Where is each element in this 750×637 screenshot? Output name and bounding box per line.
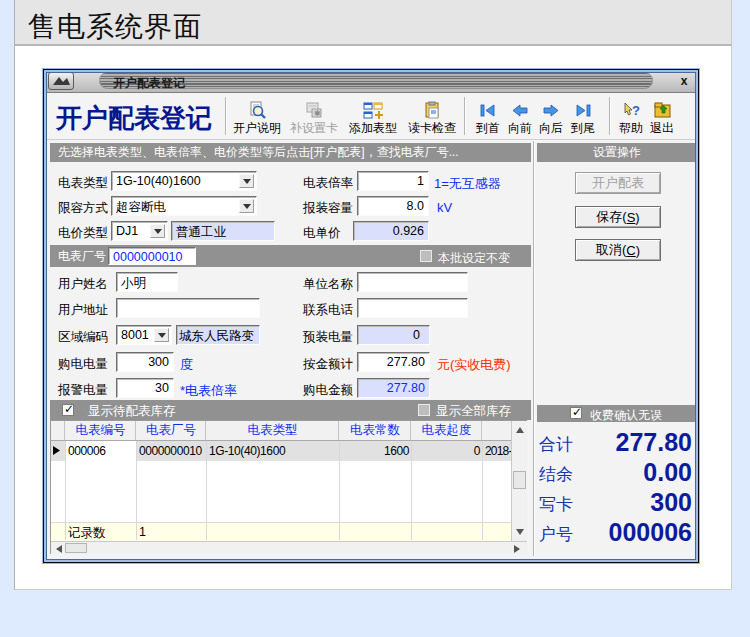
capacity-field[interactable]: 8.0	[357, 196, 429, 216]
dropdown-arrow-icon[interactable]	[150, 224, 165, 238]
close-button[interactable]: x	[676, 73, 692, 89]
add-window-icon	[363, 100, 383, 120]
cancel-shortcut-key: C	[626, 243, 635, 258]
save-button[interactable]: 保存(S)	[575, 206, 661, 228]
toolbar-separator	[464, 97, 466, 135]
panel-divider	[533, 141, 535, 556]
hscroll-thumb[interactable]	[65, 543, 87, 553]
limit-mode-combo[interactable]: 超容断电	[111, 196, 257, 216]
prev-arrow-icon	[510, 100, 530, 120]
svg-text:?: ?	[632, 103, 640, 118]
confirm-label: 收费确认无误	[590, 407, 662, 424]
dropdown-arrow-icon[interactable]	[239, 174, 254, 188]
name-field[interactable]: 小明	[116, 272, 178, 292]
toolbar-separator	[609, 97, 611, 135]
window-logo-icon[interactable]	[48, 72, 74, 90]
org-label: 单位名称	[303, 276, 353, 293]
dropdown-arrow-icon[interactable]	[154, 328, 169, 342]
preload-label: 预装电量	[303, 329, 353, 346]
alarm-field[interactable]: 30	[116, 378, 174, 398]
go-last-button[interactable]: 到尾	[565, 96, 601, 137]
cell-date[interactable]: 2018-	[483, 441, 511, 461]
balance-row: 结余 0.00	[537, 458, 697, 486]
limit-mode-label: 限容方式	[58, 200, 108, 217]
ratio-field[interactable]: 1	[357, 171, 429, 191]
toolbar-separator	[225, 97, 227, 135]
org-field[interactable]	[357, 272, 468, 292]
ratio-hint: 1=无互感器	[434, 175, 501, 193]
name-label: 用户姓名	[58, 276, 108, 293]
factory-no-label: 电表厂号	[58, 248, 106, 265]
buy-qty-field[interactable]: 300	[116, 352, 174, 372]
dialog-title: 开户配表登记	[113, 75, 185, 92]
vertical-scrollbar[interactable]	[511, 421, 527, 541]
total-value: 277.80	[616, 428, 692, 457]
record-count-label: 记录数	[68, 525, 106, 542]
total-row: 合计 277.80	[537, 428, 697, 456]
open-help-button[interactable]: 开户说明	[229, 96, 285, 137]
ratio-label: 电表倍率	[303, 175, 353, 192]
batch-checkbox-label: 本批设定不变	[438, 250, 510, 267]
scroll-right-icon[interactable]	[514, 545, 524, 553]
meter-type-label: 电表类型	[58, 175, 108, 192]
cell-factory-no[interactable]: 0000000010	[137, 441, 206, 461]
show-all-checkbox[interactable]	[418, 404, 430, 416]
account-no-value: 000006	[609, 518, 692, 547]
amount-label: 按金额计	[303, 356, 353, 373]
scroll-up-icon[interactable]	[516, 423, 524, 433]
vscroll-thumb[interactable]	[513, 471, 526, 489]
cell-start[interactable]: 0	[412, 441, 482, 461]
confirm-checkbox[interactable]	[570, 407, 582, 419]
read-card-check-button[interactable]: 读卡检查	[404, 96, 460, 137]
scroll-down-icon[interactable]	[516, 529, 524, 539]
row-selector-cell[interactable]	[51, 441, 65, 461]
phone-field[interactable]	[357, 298, 468, 318]
dropdown-arrow-icon[interactable]	[239, 199, 254, 213]
col-header-meter-type[interactable]: 电表类型	[207, 421, 339, 440]
exit-button[interactable]: 退出	[644, 96, 680, 137]
capacity-unit: kV	[437, 200, 452, 215]
account-no-label: 户号	[539, 523, 573, 546]
total-label: 合计	[539, 433, 573, 456]
add-meter-type-button[interactable]: 添加表型	[345, 96, 401, 137]
table-footer-row: 记录数 1	[51, 522, 511, 541]
cell-meter-type[interactable]: 1G-10(40)1600	[207, 441, 339, 461]
cell-constant[interactable]: 1600	[340, 441, 411, 461]
col-header-start[interactable]: 电表起度	[412, 421, 482, 440]
go-next-button[interactable]: 向后	[533, 96, 569, 137]
factory-no-field[interactable]: 0000000010	[108, 247, 196, 265]
dialog-titlebar: 开户配表登记 x	[43, 70, 699, 93]
go-first-button[interactable]: 到首	[470, 96, 506, 137]
amount-field[interactable]: 277.80	[357, 352, 430, 372]
col-header-meter-no[interactable]: 电表编号	[66, 421, 136, 440]
last-arrow-icon	[573, 100, 593, 120]
scroll-left-icon[interactable]	[52, 545, 62, 553]
batch-checkbox[interactable]	[420, 250, 432, 262]
clipboard-icon	[423, 100, 442, 120]
horizontal-scrollbar[interactable]	[51, 541, 527, 554]
show-all-label: 显示全部库存	[436, 403, 511, 420]
show-pending-checkbox[interactable]	[62, 404, 74, 416]
region-combo[interactable]: 8001	[116, 325, 172, 345]
col-header-constant[interactable]: 电表常数	[340, 421, 411, 440]
toolbar: 开户配表登记 开户说明 ✱ 补设置卡 添加表型 读卡检查	[43, 93, 699, 140]
first-arrow-icon	[478, 100, 498, 120]
write-card-row: 写卡 300	[537, 488, 697, 516]
svg-text:✱: ✱	[314, 108, 321, 117]
open-meter-button[interactable]: 开户配表	[575, 172, 661, 194]
price-type-label: 电价类型	[58, 225, 108, 242]
region-label: 区域编码	[58, 329, 108, 346]
capacity-label: 报装容量	[303, 200, 353, 217]
cell-meter-no[interactable]: 000006	[66, 441, 136, 461]
operations-header: 设置操作	[537, 143, 697, 162]
address-field[interactable]	[116, 298, 260, 318]
buy-qty-unit: 度	[180, 356, 193, 374]
col-header-factory-no[interactable]: 电表厂号	[137, 421, 206, 440]
dialog-window: 开户配表登记 x 开户配表登记 开户说明 ✱ 补设置卡 添加表型	[43, 70, 699, 563]
reissue-card-button[interactable]: ✱ 补设置卡	[286, 96, 342, 137]
price-type-name-field: 普通工业	[171, 221, 275, 241]
price-type-combo[interactable]: DJ1	[111, 221, 168, 241]
meter-type-combo[interactable]: 1G-10(40)1600	[111, 171, 257, 191]
instruction-bar: 先选择电表类型、电表倍率、电价类型等后点击[开户配表]，查找电表厂号...	[50, 143, 531, 162]
cancel-button[interactable]: 取消(C)	[575, 239, 661, 261]
